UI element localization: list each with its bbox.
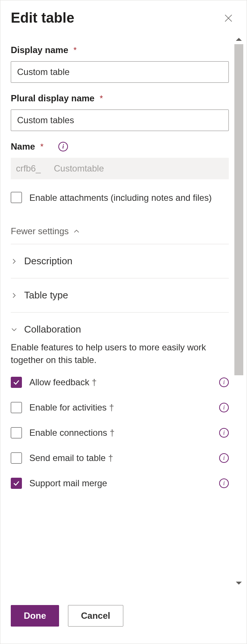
table-type-section-header[interactable]: Table type: [11, 278, 229, 312]
name-prefix: crfb6_: [11, 158, 48, 179]
dagger-symbol: †: [92, 377, 97, 387]
info-icon[interactable]: i: [219, 478, 229, 488]
plural-display-name-field: Plural display name *: [11, 93, 229, 131]
info-icon[interactable]: i: [219, 377, 229, 387]
collaboration-checkbox[interactable]: [11, 452, 22, 464]
panel-header: Edit table: [0, 0, 247, 30]
panel-title: Edit table: [11, 10, 74, 26]
scroll-area: Display name * Plural display name * Nam…: [0, 35, 231, 588]
display-name-label-text: Display name: [11, 45, 68, 55]
display-name-label: Display name *: [11, 45, 229, 55]
collaboration-item-label: Allow feedback †: [29, 377, 212, 388]
required-asterisk: *: [100, 94, 103, 103]
info-icon[interactable]: i: [219, 403, 229, 412]
collaboration-section-title: Collaboration: [24, 324, 81, 335]
dagger-symbol: †: [109, 402, 114, 412]
collaboration-item: Send email to table †i: [11, 452, 229, 464]
collaboration-item: Enable connections †i: [11, 427, 229, 438]
collaboration-item: Enable for activities †i: [11, 402, 229, 413]
info-icon[interactable]: i: [219, 428, 229, 438]
table-type-section-title: Table type: [24, 290, 68, 301]
info-icon[interactable]: i: [219, 453, 229, 463]
collaboration-item-label: Enable connections †: [29, 428, 212, 438]
collaboration-checkbox[interactable]: [11, 402, 22, 413]
scrollbar-up-button[interactable]: [231, 35, 247, 44]
triangle-up-icon: [236, 38, 242, 41]
display-name-field: Display name *: [11, 45, 229, 83]
description-section-header[interactable]: Description: [11, 244, 229, 278]
scrollbar-track[interactable]: [231, 44, 247, 578]
collaboration-item-label: Send email to table †: [29, 453, 212, 463]
edit-table-panel: Edit table Display name * Plural display…: [0, 0, 247, 644]
collaboration-checkbox[interactable]: [11, 377, 22, 388]
dagger-symbol: †: [110, 428, 114, 438]
plural-display-name-input[interactable]: [11, 109, 229, 131]
enable-attachments-checkbox[interactable]: [11, 192, 22, 203]
info-icon[interactable]: i: [58, 142, 68, 151]
name-field: Name * i crfb6_ Customtable: [11, 141, 229, 179]
display-name-input[interactable]: [11, 61, 229, 83]
close-icon: [224, 14, 233, 23]
collaboration-checkbox[interactable]: [11, 478, 22, 489]
collaboration-item-label: Support mail merge: [29, 478, 212, 488]
plural-display-name-label: Plural display name *: [11, 93, 229, 104]
collaboration-item-label: Enable for activities †: [29, 402, 212, 413]
scrollbar-thumb[interactable]: [234, 44, 243, 375]
plural-display-name-label-text: Plural display name: [11, 93, 94, 104]
chevron-right-icon: [11, 258, 17, 265]
scrollbar[interactable]: [231, 35, 247, 588]
cancel-button[interactable]: Cancel: [68, 605, 123, 627]
scrollbar-down-button[interactable]: [231, 578, 247, 588]
name-label-text: Name: [11, 141, 35, 152]
enable-attachments-row: Enable attachments (including notes and …: [11, 192, 229, 204]
dagger-symbol: †: [108, 453, 113, 463]
name-value: Customtable: [48, 158, 229, 179]
chevron-down-icon: [11, 326, 17, 333]
name-input-row: crfb6_ Customtable: [11, 158, 229, 179]
name-label: Name * i: [11, 141, 229, 152]
done-button[interactable]: Done: [11, 605, 59, 627]
close-button[interactable]: [221, 10, 236, 26]
collaboration-checkbox[interactable]: [11, 427, 22, 438]
collaboration-item: Allow feedback †i: [11, 377, 229, 388]
collaboration-section-header[interactable]: Collaboration: [11, 312, 229, 343]
panel-footer: Done Cancel: [0, 588, 247, 644]
chevron-up-icon: [73, 228, 80, 235]
required-asterisk: *: [40, 142, 43, 151]
required-asterisk: *: [74, 45, 77, 55]
triangle-down-icon: [236, 582, 242, 585]
fewer-settings-label: Fewer settings: [11, 226, 69, 236]
collaboration-item: Support mail mergei: [11, 478, 229, 489]
enable-attachments-label: Enable attachments (including notes and …: [29, 192, 229, 204]
fewer-settings-toggle[interactable]: Fewer settings: [11, 226, 229, 236]
description-section-title: Description: [24, 255, 72, 267]
collaboration-description: Enable features to help users to more ea…: [11, 341, 229, 366]
chevron-right-icon: [11, 292, 17, 299]
collaboration-list: Allow feedback †iEnable for activities †…: [11, 377, 229, 489]
